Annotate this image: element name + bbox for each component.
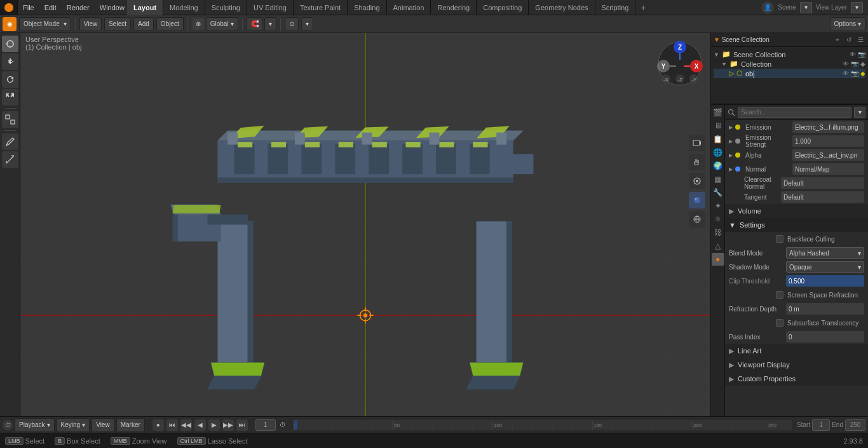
refraction-depth-input[interactable]: 0 m [786, 303, 864, 315]
timeline-marker-btn[interactable]: Marker [116, 418, 145, 432]
collection-item[interactable]: ▼ 📁 Collection 👁 📷 ◆ [714, 59, 865, 69]
menu-file[interactable]: File [18, 0, 39, 15]
backface-culling-checkbox[interactable] [776, 235, 783, 243]
clearcoat-normal-row[interactable]: Clearcoat Normal Default [725, 176, 868, 190]
wireframe-btn[interactable] [689, 211, 705, 227]
menu-edit[interactable]: Edit [39, 0, 62, 15]
scene-col-render-btn[interactable]: 📷 [858, 51, 865, 58]
outliner-options-btn[interactable]: ☰ [855, 35, 865, 45]
search-input[interactable] [738, 107, 851, 118]
emission-row[interactable]: ▶ Emission Electric_S...f-illum.png [725, 120, 868, 134]
normal-row[interactable]: ▶ Normal Normal/Map [725, 162, 868, 176]
material-preview-btn[interactable] [689, 192, 705, 208]
physics-tab[interactable]: ⚛ [712, 213, 724, 226]
transform-tool[interactable] [2, 111, 18, 128]
outliner-filter-btn[interactable]: ⌖ [832, 35, 843, 45]
measure-tool[interactable] [2, 151, 18, 168]
tab-shading[interactable]: Shading [348, 0, 386, 15]
start-frame-input[interactable]: 1 [812, 419, 830, 431]
viewport-display-header[interactable]: ▶ Viewport Display [725, 358, 868, 372]
em-strength-expand[interactable]: ▶ [729, 139, 733, 144]
proportional-btn[interactable]: ⊙ [285, 17, 299, 31]
transform-icon[interactable]: ⊕ [192, 18, 205, 31]
keying-dropdown[interactable]: Keying▾ [57, 418, 90, 432]
viewport-3d[interactable]: User Perspective (1) Collection | obj Z … [20, 33, 710, 416]
add-menu-btn[interactable]: Add [133, 17, 154, 31]
timeline-view-btn[interactable]: View [92, 418, 114, 432]
search-options-dropdown[interactable]: ▾ [854, 107, 865, 118]
pass-index-input[interactable]: 0 [786, 331, 864, 343]
move-tool[interactable] [2, 53, 18, 70]
end-frame-input[interactable]: 250 [845, 419, 865, 431]
tab-rendering[interactable]: Rendering [431, 0, 477, 15]
emission-expand[interactable]: ▶ [729, 125, 733, 130]
tab-compositing[interactable]: Compositing [477, 0, 529, 15]
line-art-header[interactable]: ▶ Line Art [725, 344, 868, 358]
snap-dropdown[interactable]: ▾ [264, 17, 276, 31]
scale-tool[interactable] [2, 89, 18, 105]
blender-logo[interactable] [0, 0, 18, 15]
menu-render[interactable]: Render [62, 0, 95, 15]
view-menu-btn[interactable]: View [79, 17, 102, 31]
camera-toggle-btn[interactable] [689, 135, 705, 151]
hand-btn[interactable] [689, 154, 705, 170]
col-view-btn[interactable]: 👁 [843, 60, 849, 67]
view-layer-tab[interactable]: 📋 [712, 133, 724, 146]
volume-header[interactable]: ▶ Volume [725, 204, 868, 218]
tangent-value[interactable]: Default [781, 191, 864, 203]
menu-window[interactable]: Window [95, 0, 130, 15]
jump-end-btn[interactable]: ⏭ [236, 419, 248, 431]
object-properties-tab[interactable]: ▦ [712, 173, 724, 186]
current-frame-input[interactable]: 1 [255, 419, 276, 431]
scene-col-view-btn[interactable]: 👁 [850, 51, 856, 58]
normal-expand[interactable]: ▶ [729, 166, 733, 172]
tab-geometry-nodes[interactable]: Geometry Nodes [529, 0, 595, 15]
cursor-tool[interactable] [2, 36, 18, 52]
settings-header[interactable]: ▼ Settings [725, 218, 868, 232]
material-properties-tab[interactable]: ● [712, 253, 724, 266]
timeline-ruler[interactable]: 0 50 100 150 200 250 [293, 420, 792, 430]
scene-dropdown[interactable]: ▾ [800, 2, 812, 13]
emission-strength-row[interactable]: ▶ Emission Strengt 1.000 [725, 134, 868, 148]
clip-threshold-input[interactable]: 0.500 [786, 275, 864, 287]
em-strength-value[interactable]: 1.000 [792, 135, 864, 147]
tab-animation[interactable]: Animation [387, 0, 431, 15]
clearcoat-value[interactable]: Default [781, 177, 864, 189]
play-record-btn[interactable]: ● [153, 419, 164, 431]
object-data-tab[interactable]: △ [712, 240, 724, 252]
tab-texture-paint[interactable]: Texture Paint [294, 0, 348, 15]
constraints-tab[interactable]: ⛓ [712, 226, 724, 239]
render-preview-btn[interactable] [689, 173, 705, 189]
tab-layout[interactable]: Layout [127, 0, 163, 15]
playback-dropdown[interactable]: Playback▾ [15, 418, 55, 432]
timeline-range-icon[interactable]: ⏱ [278, 420, 288, 430]
mode-dropdown[interactable]: Object Mode▾ [19, 17, 71, 31]
alpha-row[interactable]: ▶ Alpha Electric_S...act_inv.pn [725, 148, 868, 162]
emission-value[interactable]: Electric_S...f-illum.png [792, 121, 864, 133]
modifier-properties-tab[interactable]: 🔧 [712, 186, 724, 199]
annotate-tool[interactable] [2, 133, 18, 150]
proportional-dropdown[interactable]: ▾ [301, 17, 313, 31]
tab-modeling[interactable]: Modeling [163, 0, 205, 15]
step-forward-btn[interactable]: ◀ [194, 419, 206, 431]
select-menu-btn[interactable]: Select [104, 17, 131, 31]
object-mode-icon[interactable]: ◉ [3, 17, 17, 31]
blend-mode-dropdown[interactable]: Alpha Hashed ▾ [786, 247, 864, 259]
object-menu-btn[interactable]: Object [156, 17, 184, 31]
custom-properties-header[interactable]: ▶ Custom Properties [725, 372, 868, 386]
outliner-sync-btn[interactable]: ↺ [844, 35, 854, 45]
tab-scripting[interactable]: Scripting [595, 0, 636, 15]
play-next-btn[interactable]: ▶▶ [222, 419, 234, 431]
obj-render-btn[interactable]: 📷 [851, 70, 858, 77]
add-workspace-button[interactable]: + [635, 0, 651, 15]
col-render-btn[interactable]: 📷 [851, 60, 858, 67]
obj-view-btn[interactable]: 👁 [843, 70, 849, 77]
options-btn[interactable]: Options▾ [830, 17, 865, 31]
normal-value[interactable]: Normal/Map [792, 163, 864, 175]
transform-dropdown[interactable]: Global▾ [206, 17, 238, 31]
snap-magnet-btn[interactable]: 🧲 [247, 17, 263, 31]
screen-space-refraction-checkbox[interactable] [776, 291, 783, 299]
shadow-mode-dropdown[interactable]: Opaque ▾ [786, 261, 864, 273]
rotate-tool[interactable] [2, 71, 18, 88]
output-properties-tab[interactable]: 🖥 [712, 119, 724, 132]
